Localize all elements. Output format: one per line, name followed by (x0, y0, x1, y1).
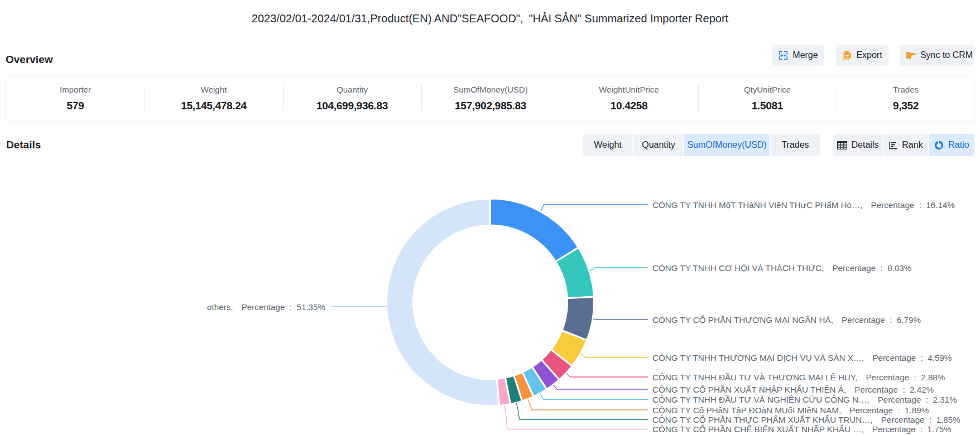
svg-text:CÔNG TY CỔ PHẦN XUẤT NHẬP KHẨU: CÔNG TY CỔ PHẦN XUẤT NHẬP KHẨU THIÊN Á, … (652, 385, 934, 394)
svg-text:others, Percentage : 51.35%: others, Percentage : 51.35% (207, 302, 325, 312)
svg-text:CÔNG TY TNHH CƠ HỘI VÀ THÁCH T: CÔNG TY TNHH CƠ HỘI VÀ THÁCH THỨC, Perce… (652, 263, 911, 273)
svg-text:CỘNG TY Cổ PHầN TậP ĐOàN MUốI: CỘNG TY Cổ PHầN TậP ĐOàN MUốI MIềN NAM, … (652, 405, 929, 415)
svg-text:CÔNG TY TNHH ĐẦU TƯ VÀ THƯƠNG: CÔNG TY TNHH ĐẦU TƯ VÀ THƯƠNG MẠI LÊ HUY… (652, 373, 945, 382)
svg-text:CÔNG TY CỔ PHẦN CHẾ BIẾN XUẤT: CÔNG TY CỔ PHẦN CHẾ BIẾN XUẤT NHẬP KHẨU … (652, 424, 952, 434)
svg-text:CÔNG TY CỔ PHẦN THƯƠNG MẠI NGÂ: CÔNG TY CỔ PHẦN THƯƠNG MẠI NGÂN HÀ, Perc… (652, 315, 921, 325)
svg-text:CÔNG TY CỔ PHẦN THỰC PHẨM XUẤT: CÔNG TY CỔ PHẦN THỰC PHẨM XUẤT KHẨU TRUN… (652, 415, 960, 424)
svg-text:CÔNG TY TNHH THƯƠNG MẠI DỊCH V: CÔNG TY TNHH THƯƠNG MẠI DỊCH VỤ VÀ SẢN X… (652, 353, 952, 362)
svg-text:CÔNG TY TNHH MộT THàNH VIêN TH: CÔNG TY TNHH MộT THàNH VIêN THựC PHẩM Hò… (652, 200, 955, 210)
svg-text:CÔNG TY TNHH ĐẦU TƯ VÀ NGHIÊN: CÔNG TY TNHH ĐẦU TƯ VÀ NGHIÊN CỨU CÔNG N… (652, 395, 957, 404)
